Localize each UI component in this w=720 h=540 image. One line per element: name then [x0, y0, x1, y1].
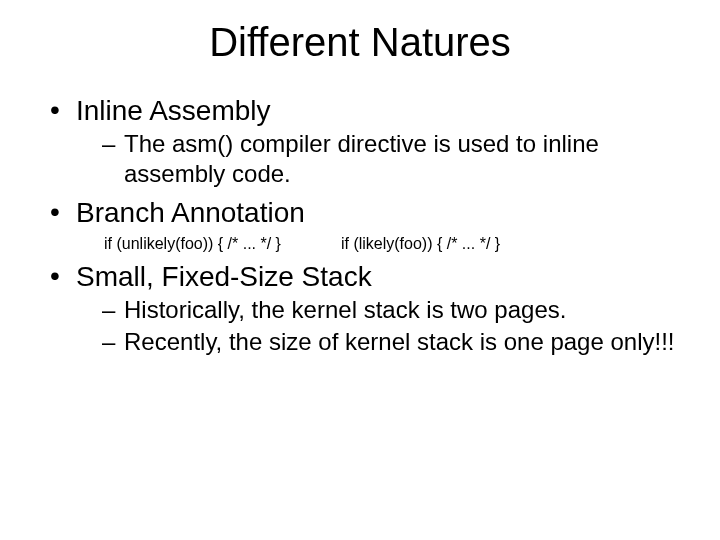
sub-bullet: Recently, the size of kernel stack is on… [102, 327, 680, 357]
sub-bullet: The asm() compiler directive is used to … [102, 129, 680, 189]
bullet-inline-assembly: Inline Assembly The asm() compiler direc… [50, 95, 680, 189]
bullet-list: Inline Assembly The asm() compiler direc… [40, 95, 680, 357]
slide: Different Natures Inline Assembly The as… [0, 0, 720, 540]
bullet-branch-annotation: Branch Annotation if (unlikely(foo)) { /… [50, 197, 680, 253]
bullet-small-stack: Small, Fixed-Size Stack Historically, th… [50, 261, 680, 357]
code-unlikely: if (unlikely(foo)) { /* ... */ } [104, 235, 281, 253]
sub-list: Historically, the kernel stack is two pa… [76, 295, 680, 357]
slide-title: Different Natures [40, 20, 680, 65]
code-likely: if (likely(foo)) { /* ... */ } [341, 235, 500, 253]
code-examples: if (unlikely(foo)) { /* ... */ } if (lik… [76, 235, 680, 253]
bullet-heading: Inline Assembly [76, 95, 271, 126]
bullet-heading: Small, Fixed-Size Stack [76, 261, 372, 292]
sub-list: The asm() compiler directive is used to … [76, 129, 680, 189]
sub-bullet: Historically, the kernel stack is two pa… [102, 295, 680, 325]
bullet-heading: Branch Annotation [76, 197, 305, 228]
